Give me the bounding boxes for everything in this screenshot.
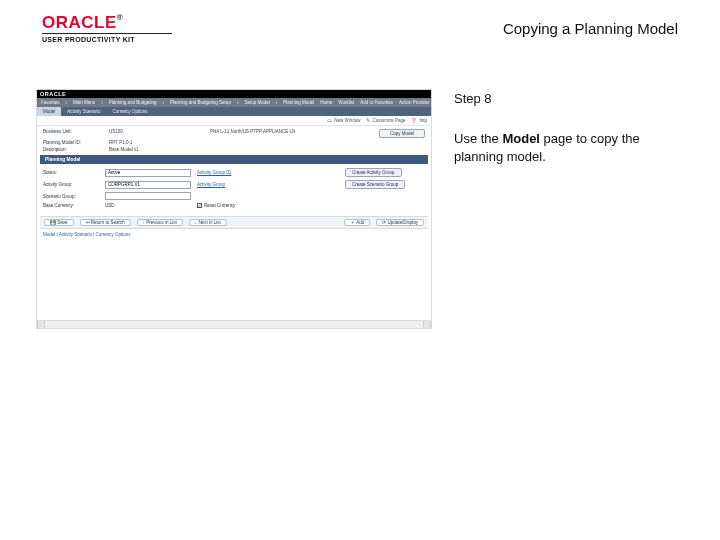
nav-link[interactable]: Planning Model [283, 100, 314, 105]
save-button[interactable]: 💾 Save [44, 219, 74, 226]
content-row: ORACLE Favorites › Main Menu › Planning … [0, 49, 720, 329]
scroll-right-cap[interactable] [423, 321, 431, 328]
action-row: 💾 Save ↩ Return to Search ↑ Previous in … [40, 216, 428, 229]
new-window-link[interactable]: ▭New Window [327, 118, 360, 123]
oracle-logo-block: ORACLE® USER PRODUCTIVITY KIT [42, 14, 172, 43]
app-screenshot: ORACLE Favorites › Main Menu › Planning … [36, 89, 432, 329]
oracle-logo-text: ORACLE [42, 13, 117, 32]
user-link[interactable]: Home [320, 100, 332, 105]
save-icon: 💾 [50, 220, 56, 225]
base-currency-value: USD [105, 203, 191, 208]
planning-model-section-title: Planning Model [40, 155, 428, 164]
status-input[interactable] [105, 169, 191, 177]
tab-bar: Model Activity Scenario Currency Options [37, 107, 431, 116]
return-to-search-button[interactable]: ↩ Return to Search [80, 219, 131, 226]
arrow-down-icon: ↓ [195, 220, 197, 225]
planning-model-grid: Status: Activity Group 01 Create Activit… [37, 164, 431, 212]
status-label: Status: [43, 170, 99, 175]
desc-label: Description: [43, 147, 103, 152]
create-activity-group-button[interactable]: Create Activity Group [345, 168, 402, 177]
activity-group-input[interactable] [105, 181, 191, 189]
user-links: Home Worklist Add to Favorites Action Pr… [320, 100, 432, 105]
bu-desc: PNA L-11 North/US PTPP APPLIANCE LN [210, 129, 349, 138]
step-text-before: Use the [454, 131, 502, 146]
trademark-icon: ® [117, 13, 123, 22]
help-link[interactable]: ❓http [411, 118, 427, 123]
activity-group-link[interactable]: Activity Group [197, 182, 339, 187]
page-title: Copying a Planning Model [503, 14, 678, 37]
status-link[interactable]: Activity Group 01 [197, 170, 339, 175]
breadcrumb: Favorites › Main Menu › Planning and Bud… [41, 100, 314, 105]
refresh-icon: ⟳ [382, 220, 386, 225]
bu-value: US100 [109, 129, 204, 138]
checkbox-icon: ✓ [197, 203, 202, 208]
user-link[interactable]: Worklist [338, 100, 354, 105]
pbid-label: Planning Model ID: [43, 140, 103, 145]
window-icon: ▭ [327, 118, 332, 123]
utility-row: ▭New Window ✎Customize Page ❓http [37, 116, 431, 126]
nav-link[interactable]: Favorites [41, 100, 60, 105]
gear-icon: ✎ [366, 118, 370, 123]
scenario-group-input[interactable] [105, 192, 191, 200]
tab-activity-scenario[interactable]: Activity Scenario [61, 107, 106, 116]
instruction-panel: Step 8 Use the Model page to copy the pl… [448, 89, 678, 329]
nav-link[interactable]: Planning and Budgeting Setup [170, 100, 231, 105]
desc-value: Base Model v1 [109, 147, 204, 152]
oracle-logo: ORACLE® [42, 14, 172, 31]
plus-icon: ＋ [350, 220, 355, 225]
step-label: Step 8 [454, 91, 678, 106]
user-link[interactable]: Action Provider [399, 100, 430, 105]
base-currency-label: Base Currency: [43, 203, 99, 208]
previous-in-list-button[interactable]: ↑ Previous in List [137, 219, 183, 226]
activity-group-label: Activity Group: [43, 182, 99, 187]
tab-currency-options[interactable]: Currency Options [107, 107, 154, 116]
step-text: Use the Model page to copy the planning … [454, 130, 678, 165]
step-text-bold: Model [502, 131, 540, 146]
nav-link[interactable]: Planning and Budgeting [109, 100, 157, 105]
pbid-value: RPT P1.0-1 [109, 140, 204, 145]
add-button[interactable]: ＋ Add [344, 219, 370, 226]
arrow-up-icon: ↑ [143, 220, 145, 225]
update-display-button[interactable]: ⟳ Update/Display [376, 219, 424, 226]
app-brandbar: ORACLE [37, 90, 431, 98]
scenario-group-label: Scenario Group: [43, 194, 99, 199]
model-header-grid: Business Unit: US100 PNA L-11 North/US P… [37, 126, 431, 155]
next-in-list-button[interactable]: ↓ Next in List [189, 219, 227, 226]
horizontal-scrollbar[interactable] [37, 320, 431, 328]
product-line-label: USER PRODUCTIVITY KIT [42, 33, 172, 43]
bu-label: Business Unit: [43, 129, 103, 138]
footer-breadcrumb[interactable]: Model | Activity Scenario | Currency Opt… [37, 229, 431, 240]
nav-link[interactable]: Setup Model [244, 100, 269, 105]
scroll-left-cap[interactable] [37, 321, 45, 328]
nav-link[interactable]: Main Menu [73, 100, 95, 105]
app-navbar: Favorites › Main Menu › Planning and Bud… [37, 98, 431, 107]
user-link[interactable]: Add to Favorites [360, 100, 393, 105]
help-icon: ❓ [411, 118, 417, 123]
create-scenario-group-button[interactable]: Create Scenario Group [345, 180, 405, 189]
reset-currency-checkbox[interactable]: ✓ Reset Currency [197, 203, 339, 208]
search-icon: ↩ [86, 220, 90, 225]
page-header: ORACLE® USER PRODUCTIVITY KIT Copying a … [0, 0, 720, 49]
customize-page-link[interactable]: ✎Customize Page [366, 118, 405, 123]
tab-model[interactable]: Model [37, 107, 61, 116]
copy-model-button[interactable]: Copy Model [379, 129, 425, 138]
reset-currency-label: Reset Currency [204, 203, 235, 208]
